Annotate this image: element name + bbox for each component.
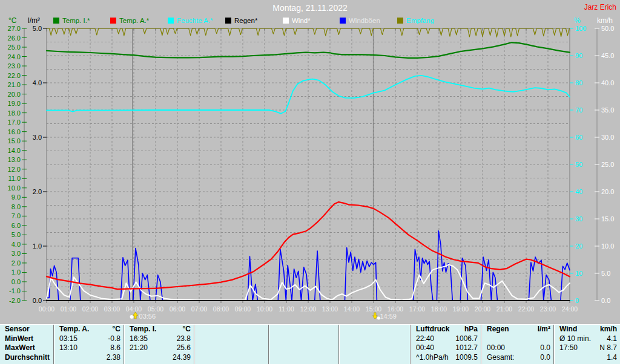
svg-text:10:00: 10:00 (257, 305, 272, 313)
table-cell-value: 23.8 (177, 334, 191, 344)
svg-text:21.0: 21.0 (8, 81, 21, 88)
svg-text:00:00: 00:00 (39, 305, 54, 313)
svg-text:90: 90 (575, 52, 582, 59)
svg-text:25.0: 25.0 (601, 161, 614, 168)
svg-text:40: 40 (575, 188, 582, 195)
svg-text:20.0: 20.0 (8, 91, 21, 98)
svg-text:40.0: 40.0 (601, 79, 614, 86)
svg-text:15.0: 15.0 (8, 137, 21, 145)
svg-text:05:00: 05:00 (148, 305, 163, 313)
svg-text:13.0: 13.0 (8, 156, 21, 163)
svg-text:5.0: 5.0 (33, 25, 42, 32)
axis-rain-scale: 0.01.02.03.04.05.0 (33, 25, 47, 304)
table-cell-time: 17:50 (559, 343, 578, 353)
svg-text:17:00: 17:00 (409, 305, 425, 313)
svg-text:30: 30 (575, 215, 582, 223)
table-header-unit: l/m² (538, 325, 550, 334)
table-header-unit: hPa (464, 325, 478, 334)
svg-text:35.0: 35.0 (601, 106, 614, 114)
svg-text:5.0: 5.0 (12, 231, 21, 238)
svg-text:3.0: 3.0 (12, 250, 21, 257)
svg-text:4.0: 4.0 (12, 241, 21, 248)
svg-text:8.0: 8.0 (12, 203, 21, 210)
svg-text:26.0: 26.0 (8, 34, 21, 42)
table-cell-value: N 8.7 (599, 343, 617, 353)
table-row-label: Sensor (5, 325, 30, 334)
table-cell-time: Gesamt: (487, 353, 514, 363)
table-cell-time: 16:35 (130, 334, 148, 344)
svg-text:06:00: 06:00 (170, 305, 185, 313)
svg-text:03:00: 03:00 (104, 305, 120, 313)
table-cell-time: 13:10 (59, 343, 78, 353)
table-header-name: Luftdruck (416, 325, 449, 334)
svg-text:15.0: 15.0 (601, 215, 614, 223)
svg-text:01:00: 01:00 (61, 305, 76, 313)
svg-text:25.0: 25.0 (8, 44, 21, 51)
svg-text:100: 100 (575, 25, 586, 32)
svg-text:08:00: 08:00 (213, 305, 229, 313)
table-row-label: MinWert (5, 334, 33, 344)
svg-text:3.0: 3.0 (33, 134, 42, 141)
svg-text:13:00: 13:00 (322, 305, 338, 313)
axis-temp-scale: -2.0-1.00.01.02.03.04.05.06.07.08.09.010… (8, 25, 27, 304)
svg-text:50.0: 50.0 (601, 25, 614, 32)
table-cell-value: 2.38 (107, 353, 120, 363)
table-cell-value: 0.0 (540, 353, 550, 363)
sunset-icon (372, 313, 380, 320)
svg-text:20: 20 (575, 242, 582, 250)
axis-humidity-scale: 0102030405060708090100 (570, 25, 586, 304)
table-cell-time: 21:20 (130, 343, 148, 353)
svg-text:11.0: 11.0 (8, 175, 21, 182)
svg-text:22.0: 22.0 (8, 72, 21, 79)
svg-text:03:56: 03:56 (139, 313, 156, 320)
table-cell-time: 03:15 (59, 334, 78, 344)
table-column-luftdruck: LuftdruckhPa22:401006.700:401012.7^1.0hP… (410, 325, 481, 364)
svg-text:24:00: 24:00 (562, 305, 578, 313)
table-column-temp-a: Temp. A.°C03:15-0.813:108.62.38 (53, 325, 124, 364)
svg-text:5.0: 5.0 (601, 270, 610, 277)
svg-text:80: 80 (575, 79, 582, 86)
svg-text:22:00: 22:00 (518, 305, 534, 313)
table-column-empty-4 (338, 325, 411, 364)
axis-wind-scale: 0.05.010.015.020.025.030.035.040.045.050… (595, 25, 614, 304)
table-header-name: Regen (487, 325, 509, 334)
table-header-name: Temp. I. (130, 325, 156, 334)
svg-text:6.0: 6.0 (12, 222, 21, 229)
svg-text:30.0: 30.0 (601, 134, 614, 141)
svg-text:27.0: 27.0 (8, 25, 21, 32)
svg-text:14:00: 14:00 (344, 305, 360, 313)
svg-text:0: 0 (575, 297, 579, 304)
svg-text:20.0: 20.0 (601, 188, 614, 195)
svg-text:0.0: 0.0 (33, 297, 42, 304)
svg-text:1.0: 1.0 (12, 268, 21, 276)
svg-text:11:00: 11:00 (279, 305, 294, 313)
svg-text:50: 50 (575, 161, 582, 168)
svg-text:45.0: 45.0 (601, 52, 614, 59)
svg-text:17.0: 17.0 (8, 119, 21, 126)
svg-text:07:00: 07:00 (191, 305, 207, 313)
sunrise-icon (130, 312, 138, 319)
svg-text:12.0: 12.0 (8, 166, 21, 173)
table-cell-value: 25.6 (177, 343, 191, 353)
svg-text:60: 60 (575, 134, 582, 141)
svg-text:09:00: 09:00 (235, 305, 251, 313)
svg-text:-2.0: -2.0 (9, 297, 21, 304)
weather-chart: -2.0-1.00.01.02.03.04.05.06.07.08.09.010… (0, 0, 620, 324)
svg-text:4.0: 4.0 (33, 79, 42, 86)
table-column-empty-2 (194, 325, 269, 364)
table-cell-value: 1006.7 (455, 334, 478, 344)
svg-text:16.0: 16.0 (8, 128, 21, 135)
svg-text:04:00: 04:00 (126, 305, 142, 313)
table-cell-value: 0.0 (540, 343, 550, 353)
svg-text:18:00: 18:00 (431, 305, 447, 313)
table-cell-time: 00:40 (416, 343, 434, 353)
svg-text:9.0: 9.0 (12, 193, 21, 201)
table-header-unit: °C (113, 325, 120, 334)
table-column-regen: Regenl/m²00:000.0Gesamt:0.0 (481, 325, 554, 364)
table-cell-value: 1009.5 (455, 353, 478, 363)
table-cell-time: Ø 10 min. (559, 334, 591, 344)
table-header-name: Temp. A. (59, 325, 89, 334)
stats-table: SensorMinWertMaxWertDurchschnittTemp. A.… (0, 324, 620, 364)
sun-marker: 14:59 (372, 313, 397, 320)
table-cell-value: 24.39 (173, 353, 191, 363)
